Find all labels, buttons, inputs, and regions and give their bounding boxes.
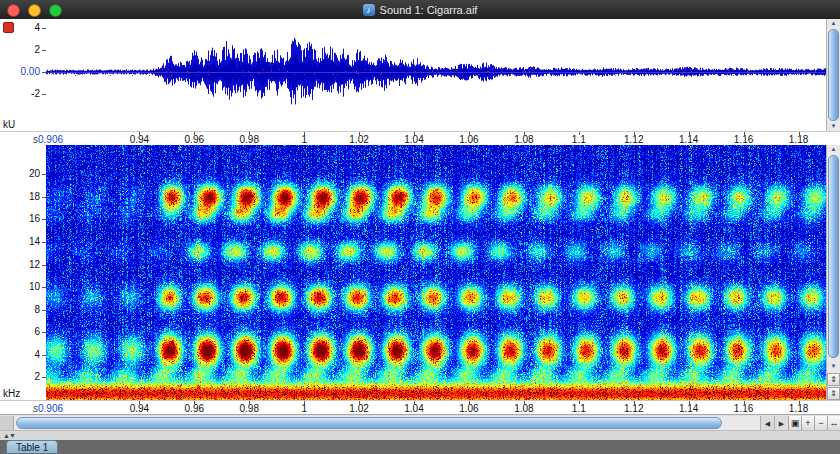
amplitude-tick-label: 0.00 xyxy=(21,66,40,77)
waveform-view[interactable] xyxy=(46,19,826,131)
frequency-tick-label: 18 xyxy=(29,191,40,202)
window-title: Sound 1: Cigarra.aif xyxy=(380,4,478,16)
time-tick-label: 0.94 xyxy=(130,134,149,145)
waveform-vscroll-thumb[interactable] xyxy=(828,29,839,121)
scroll-up-icon[interactable]: ▲ xyxy=(827,145,840,154)
time-axis-lower: s0.9060.940.960.9811.021.041.061.081.11.… xyxy=(0,400,840,415)
time-tick-label: 1.02 xyxy=(349,403,368,414)
sound-document-icon: ♪ xyxy=(363,4,375,16)
scroll-up-icon[interactable]: ▲ xyxy=(827,19,840,28)
hscroll-thumb[interactable] xyxy=(16,417,722,429)
scroll-left-icon[interactable]: ◀ xyxy=(760,416,774,431)
titlebar[interactable]: ♪ Sound 1: Cigarra.aif xyxy=(0,0,840,19)
time-tick-label: 1 xyxy=(301,403,307,414)
time-tick-label: 0.96 xyxy=(185,134,204,145)
pane-close-button[interactable] xyxy=(3,22,14,33)
frequency-tick-label: 4 xyxy=(34,349,40,360)
time-tick-label: 1.08 xyxy=(514,403,533,414)
tab-table1[interactable]: Table 1 xyxy=(6,440,58,453)
window-start-value: 0.906 xyxy=(38,134,63,145)
frequency-tick-label: 12 xyxy=(29,259,40,270)
window-start-time: s0.906 xyxy=(33,134,63,145)
time-tick-label: 1.18 xyxy=(789,403,808,414)
time-tick-label: 1.04 xyxy=(404,403,423,414)
spectrogram-panel: kHz 2018161412108642 ▲ ▼ ⇕ ⇕ xyxy=(0,145,840,400)
time-tick-label: 1.04 xyxy=(404,134,423,145)
freq-axis-contract-button[interactable]: ⇕ xyxy=(827,387,840,400)
scroll-right-icon[interactable]: ▶ xyxy=(774,416,788,431)
window-start-value: 0.906 xyxy=(38,403,63,414)
hscroll-track[interactable] xyxy=(14,416,760,431)
time-tick-label: 0.98 xyxy=(240,134,259,145)
frequency-tick-label: 10 xyxy=(29,281,40,292)
time-tick-label: 1.16 xyxy=(734,134,753,145)
splitter-grip-icon[interactable]: ▲▼ xyxy=(3,431,15,440)
scroll-corner xyxy=(0,416,14,431)
zoom-controls: ▣ + − ↔ xyxy=(788,416,840,431)
horizontal-scrollbar-row: ◀ ▶ ▣ + − ↔ xyxy=(0,414,840,431)
scroll-down-icon[interactable]: ▼ xyxy=(827,122,840,131)
waveform-panel: kU 420.00-2 ▲ ▼ xyxy=(0,19,840,131)
zoom-out-button[interactable]: − xyxy=(814,416,827,431)
freq-axis-expand-button[interactable]: ⇕ xyxy=(827,373,840,386)
time-tick-label: 1 xyxy=(301,134,307,145)
zoom-fit-button[interactable]: ↔ xyxy=(827,416,840,431)
frequency-tick-label: 6 xyxy=(34,326,40,337)
spectrogram-unit-label: kHz xyxy=(3,388,20,399)
frequency-tick-label: 8 xyxy=(34,304,40,315)
time-tick-label: 1.14 xyxy=(679,403,698,414)
frequency-tick-label: 20 xyxy=(29,168,40,179)
app-window: ♪ Sound 1: Cigarra.aif kU 420.00-2 ▲ ▼ s… xyxy=(0,0,840,454)
window-start-time: s0.906 xyxy=(33,403,63,414)
time-tick-label: 1.08 xyxy=(514,134,533,145)
tab-table1-label: Table 1 xyxy=(16,442,48,453)
time-tick-label: 1.16 xyxy=(734,403,753,414)
time-tick-label: 1.02 xyxy=(349,134,368,145)
frequency-tick-label: 16 xyxy=(29,213,40,224)
time-tick-label: 1.06 xyxy=(459,403,478,414)
time-tick-label: 1.1 xyxy=(572,134,586,145)
time-tick-label: 0.98 xyxy=(240,403,259,414)
time-tick-label: 1.12 xyxy=(624,134,643,145)
frequency-tick-label: 2 xyxy=(34,371,40,382)
amplitude-tick-label: 4 xyxy=(34,22,40,33)
waveform-unit-label: kU xyxy=(3,119,15,130)
amplitude-tick-label: -2 xyxy=(31,88,40,99)
zoom-in-button[interactable]: + xyxy=(801,416,814,431)
time-tick-label: 1.06 xyxy=(459,134,478,145)
zoom-selection-button[interactable]: ▣ xyxy=(788,416,801,431)
time-tick-label: 1.14 xyxy=(679,134,698,145)
waveform-vscrollbar[interactable]: ▲ ▼ xyxy=(826,19,840,131)
time-tick-label: 1.1 xyxy=(572,403,586,414)
spectrogram-vscroll-thumb[interactable] xyxy=(828,155,839,358)
waveform-y-axis: kU 420.00-2 xyxy=(0,19,46,131)
time-tick-label: 0.94 xyxy=(130,403,149,414)
time-axis-upper: s0.9060.940.960.9811.021.041.061.081.11.… xyxy=(0,131,840,146)
spectrogram-y-axis: kHz 2018161412108642 xyxy=(0,145,46,400)
window-title-group: ♪ Sound 1: Cigarra.aif xyxy=(0,0,840,19)
time-tick-label: 0.96 xyxy=(185,403,204,414)
amplitude-tick-label: 2 xyxy=(34,44,40,55)
frequency-tick-label: 14 xyxy=(29,236,40,247)
tab-bar: Table 1 xyxy=(0,440,840,454)
time-tick-label: 1.18 xyxy=(789,134,808,145)
scroll-down-icon[interactable]: ▼ xyxy=(827,362,840,371)
time-tick-label: 1.12 xyxy=(624,403,643,414)
spectrogram-vscrollbar[interactable]: ▲ ▼ ⇕ ⇕ xyxy=(826,145,840,400)
spectrogram-view[interactable] xyxy=(46,145,826,400)
